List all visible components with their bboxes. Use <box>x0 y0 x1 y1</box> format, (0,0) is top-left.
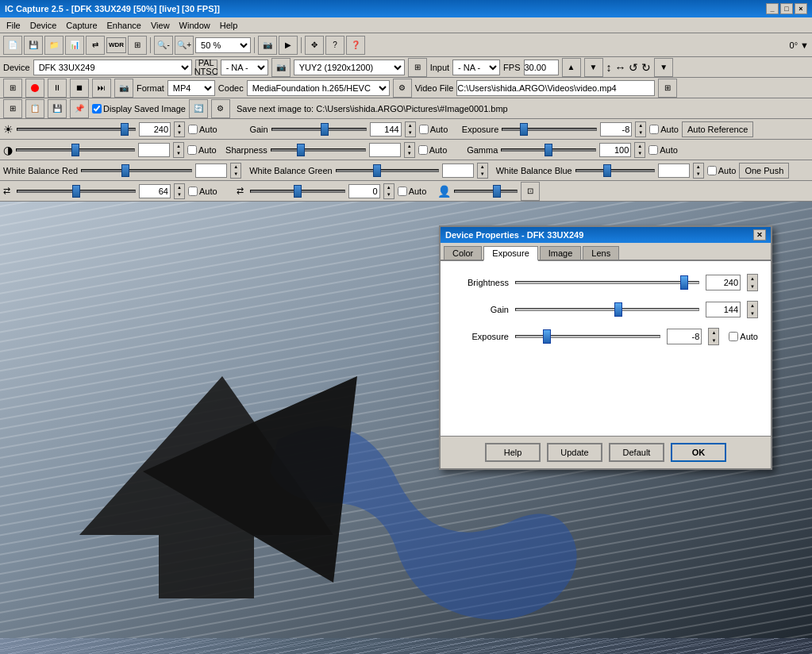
sat-down[interactable]: ▼ <box>384 191 394 198</box>
gain-auto-check[interactable] <box>419 125 429 134</box>
wb-blue-slider[interactable] <box>575 169 655 172</box>
format-icon1[interactable]: ⊞ <box>3 79 22 98</box>
contrast-down[interactable]: ▼ <box>174 150 183 157</box>
hue-auto-check[interactable] <box>188 187 198 196</box>
sharpness-slider[interactable] <box>271 148 366 152</box>
menu-device[interactable]: Device <box>25 20 62 31</box>
menu-file[interactable]: File <box>2 20 25 31</box>
brightness-up[interactable]: ▲ <box>175 122 184 129</box>
menu-capture[interactable]: Capture <box>61 20 102 31</box>
hue-down[interactable]: ▼ <box>175 191 184 198</box>
contrast-input[interactable] <box>138 143 170 157</box>
zoom-select[interactable]: 50 % <box>195 37 251 53</box>
fps-input[interactable]: 30.00 <box>524 60 559 75</box>
wb-green-down[interactable]: ▼ <box>478 171 487 178</box>
zoom-in-button[interactable]: 🔍+ <box>175 36 194 55</box>
gamma-input[interactable] <box>599 143 631 157</box>
menu-help[interactable]: Help <box>215 20 243 31</box>
fps-down[interactable]: ▼ <box>584 58 603 77</box>
dialog-brightness-up[interactable]: ▲ <box>748 275 757 283</box>
wb-green-up[interactable]: ▲ <box>478 164 487 171</box>
dialog-brightness-input[interactable] <box>706 275 741 290</box>
contrast-slider[interactable] <box>16 148 135 152</box>
dialog-gain-slider[interactable] <box>515 308 699 311</box>
gamma-down[interactable]: ▼ <box>635 150 645 157</box>
gain-auto-label[interactable]: Auto <box>419 125 448 134</box>
help2-button[interactable]: ? <box>325 36 344 55</box>
stop-btn[interactable]: ⏹ <box>70 79 89 98</box>
wb-red-up[interactable]: ▲ <box>231 164 241 171</box>
new-button[interactable]: 📄 <box>3 36 22 55</box>
rec-btn[interactable] <box>25 79 44 98</box>
flip-h-button[interactable]: ⇄ <box>86 36 105 55</box>
brightness-auto-label[interactable]: Auto <box>188 125 217 134</box>
hue-auto-label[interactable]: Auto <box>188 187 217 196</box>
gain-input[interactable] <box>370 122 402 137</box>
dialog-auto-label[interactable]: Auto <box>729 332 758 341</box>
gamma-auto-label[interactable]: Auto <box>648 145 678 155</box>
wb-red-slider[interactable] <box>81 169 192 172</box>
hue-slider[interactable] <box>17 190 136 193</box>
frame-btn[interactable]: ⏭ <box>92 79 111 98</box>
wb-blue-down[interactable]: ▼ <box>694 171 703 178</box>
sharpness-auto-label[interactable]: Auto <box>418 145 448 155</box>
exposure-auto-check[interactable] <box>649 125 659 134</box>
exposure-input[interactable] <box>600 122 632 137</box>
contrast-up[interactable]: ▲ <box>174 143 183 150</box>
move-button[interactable]: ✥ <box>305 36 324 55</box>
menu-view[interactable]: View <box>146 20 175 31</box>
brightness-slider[interactable] <box>17 128 136 131</box>
exposure-down[interactable]: ▼ <box>636 129 645 137</box>
save-button[interactable]: 💾 <box>24 36 43 55</box>
sat-input[interactable] <box>348 184 380 198</box>
wb-blue-input[interactable] <box>658 164 690 178</box>
dialog-close-button[interactable]: ✕ <box>753 229 766 240</box>
one-push-button[interactable]: One Push <box>739 163 789 179</box>
settings2-btn[interactable]: ⚙ <box>211 99 230 118</box>
refresh-btn[interactable]: 🔄 <box>189 99 208 118</box>
dialog-gain-input[interactable] <box>706 302 741 317</box>
sharpness-up[interactable]: ▲ <box>405 143 414 150</box>
brightness-auto-check[interactable] <box>188 125 198 134</box>
browse-btn[interactable]: ⊞ <box>658 79 677 98</box>
format-value-select[interactable]: MP4 <box>167 80 215 96</box>
dialog-exposure-up[interactable]: ▲ <box>709 329 718 337</box>
snapshot-button[interactable]: 📷 <box>258 36 277 55</box>
record-button[interactable]: ▶ <box>279 36 298 55</box>
fps-up[interactable]: ▲ <box>562 58 581 77</box>
dialog-exposure-down[interactable]: ▼ <box>709 337 718 344</box>
gamma-slider[interactable] <box>501 148 596 152</box>
menu-window[interactable]: Window <box>175 20 215 31</box>
dialog-gain-up[interactable]: ▲ <box>748 302 757 310</box>
wb-red-input[interactable] <box>195 164 227 178</box>
dialog-brightness-slider[interactable] <box>515 281 699 284</box>
wb-green-slider[interactable] <box>336 169 439 172</box>
hue-up[interactable]: ▲ <box>175 184 184 191</box>
tab-color[interactable]: Color <box>444 246 482 260</box>
hue-input[interactable] <box>139 184 171 198</box>
gamma-auto-check[interactable] <box>648 145 658 155</box>
dialog-exposure-input[interactable] <box>667 329 702 344</box>
codec-select[interactable]: MediaFoundation h.265/HEVC <box>247 80 390 96</box>
gamma-up[interactable]: ▲ <box>635 143 645 150</box>
folder-button[interactable]: 📁 <box>44 36 63 55</box>
update-button[interactable]: Update <box>547 443 602 462</box>
dialog-exposure-slider[interactable] <box>515 335 660 338</box>
grid2-button[interactable]: ⊞ <box>408 58 427 77</box>
input-select[interactable]: - NA - <box>452 60 500 75</box>
wb-blue-up[interactable]: ▲ <box>694 164 703 171</box>
contrast-auto-check[interactable] <box>187 145 197 155</box>
menu-enhance[interactable]: Enhance <box>102 20 146 31</box>
dialog-brightness-down[interactable]: ▼ <box>748 283 757 290</box>
face-slider[interactable] <box>454 190 518 193</box>
close-button[interactable]: × <box>795 3 807 14</box>
sat-up[interactable]: ▲ <box>384 184 394 191</box>
sharpness-down[interactable]: ▼ <box>405 150 414 157</box>
sharpness-input[interactable] <box>369 143 401 157</box>
wb-auto-label[interactable]: Auto <box>707 166 737 175</box>
device-select[interactable]: DFK 33UX249 <box>33 60 192 75</box>
default-button[interactable]: Default <box>609 443 664 462</box>
tab-exposure[interactable]: Exposure <box>483 246 537 261</box>
exposure-up[interactable]: ▲ <box>636 122 645 129</box>
ok-button[interactable]: OK <box>671 443 726 462</box>
